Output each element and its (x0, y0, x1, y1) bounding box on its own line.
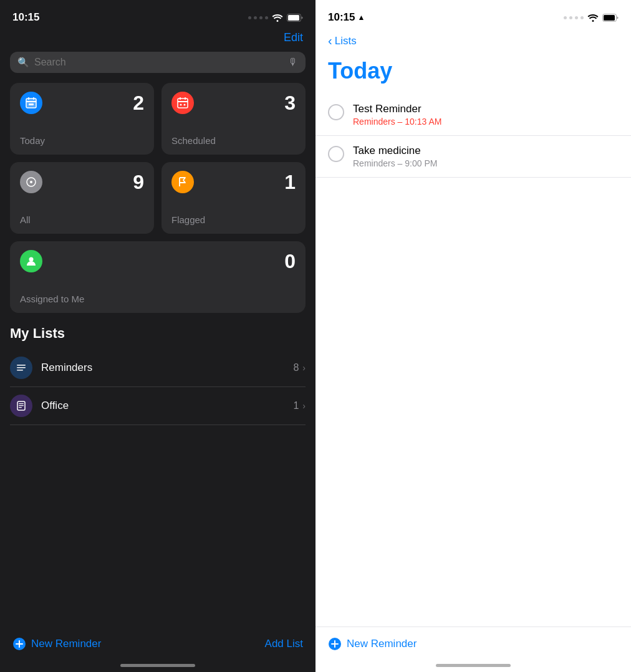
assigned-label: Assigned to Me (20, 294, 296, 304)
new-reminder-right[interactable]: New Reminder (328, 637, 417, 651)
new-reminder-label-right: New Reminder (347, 638, 417, 650)
left-panel: 10:15 Edit 🔍 🎙 (0, 0, 316, 672)
nav-bar-right: ‹ Lists (316, 31, 631, 53)
signal-dot-1 (248, 16, 251, 19)
signal-dot-r2 (569, 16, 572, 19)
signal-dot-r4 (580, 16, 584, 19)
reminders-chevron: › (302, 363, 306, 373)
status-time-right: 10:15 ▲ (328, 11, 365, 24)
reminder-subtitle-prefix-0: Reminders – (353, 117, 405, 127)
reminders-icon-svg (16, 362, 27, 373)
location-icon: ▲ (357, 13, 365, 22)
reminder-content-0: Test Reminder Reminders – 10:13 AM (353, 103, 619, 127)
smart-card-all[interactable]: 9 All (10, 162, 154, 234)
assigned-count: 0 (284, 250, 296, 273)
assigned-icon-svg (25, 255, 37, 267)
office-list-icon (10, 395, 32, 417)
plus-circle-icon-left (12, 637, 26, 651)
flagged-label: Flagged (171, 214, 296, 225)
svg-rect-10 (185, 97, 186, 100)
back-chevron-icon: ‹ (328, 34, 332, 48)
svg-point-13 (184, 104, 186, 106)
flagged-icon-svg (176, 176, 189, 188)
svg-rect-22 (19, 405, 24, 406)
signal-dot-r1 (564, 16, 567, 19)
reminder-content-1: Take medicine Reminders – 9:00 PM (353, 145, 619, 168)
list-item-office[interactable]: Office 1 › (10, 387, 306, 425)
reminder-item-0[interactable]: Test Reminder Reminders – 10:13 AM (316, 94, 631, 136)
status-icons-left (248, 13, 303, 22)
add-list-button[interactable]: Add List (265, 638, 303, 650)
signal-dot-3 (259, 16, 263, 19)
smart-card-flagged[interactable]: 1 Flagged (161, 162, 306, 234)
reminder-item-1[interactable]: Take medicine Reminders – 9:00 PM (316, 136, 631, 178)
reminder-subtitle-1: Reminders – 9:00 PM (353, 158, 619, 168)
svg-rect-18 (17, 367, 26, 368)
home-indicator-left (120, 664, 195, 667)
svg-point-16 (29, 257, 34, 262)
svg-rect-17 (17, 365, 26, 366)
svg-rect-9 (180, 97, 181, 100)
reminder-circle-0[interactable] (328, 104, 344, 120)
svg-rect-7 (29, 103, 34, 105)
status-bar-right: 10:15 ▲ (316, 0, 631, 31)
card-top-flagged: 1 (171, 171, 296, 194)
signal-dot-4 (265, 16, 268, 19)
right-panel: 10:15 ▲ ‹ Lists Today (316, 0, 631, 672)
svg-rect-11 (178, 101, 188, 102)
reminder-title-1: Take medicine (353, 145, 619, 157)
plus-circle-icon-right (328, 637, 342, 651)
signal-dots-right (564, 16, 584, 19)
svg-rect-21 (19, 403, 24, 404)
signal-dots-left (248, 16, 268, 19)
flagged-count: 1 (284, 171, 296, 194)
svg-rect-5 (33, 97, 34, 100)
svg-rect-6 (26, 101, 36, 102)
search-input[interactable] (34, 57, 283, 68)
today-icon (20, 92, 42, 114)
back-link[interactable]: ‹ Lists (328, 34, 619, 48)
today-label: Today (20, 135, 144, 146)
home-indicator-right (436, 664, 511, 667)
svg-rect-1 (288, 15, 299, 21)
all-icon-svg (25, 176, 37, 188)
svg-rect-8 (178, 98, 188, 108)
time-text-right: 10:15 (328, 11, 355, 24)
assigned-icon (20, 250, 42, 272)
status-bar-left: 10:15 (0, 0, 316, 31)
wifi-icon-right (587, 13, 599, 22)
reminder-circle-1[interactable] (328, 146, 344, 162)
office-list-name: Office (41, 400, 293, 412)
status-icons-right (564, 13, 619, 22)
edit-button[interactable]: Edit (284, 31, 303, 44)
wifi-icon-left (272, 13, 283, 22)
svg-point-12 (180, 104, 182, 106)
back-label: Lists (335, 35, 357, 47)
search-bar[interactable]: 🔍 🎙 (10, 52, 306, 73)
battery-icon-right (602, 14, 619, 22)
card-top-scheduled: 3 (171, 92, 296, 115)
svg-point-15 (30, 181, 32, 183)
battery-icon-left (287, 14, 303, 22)
today-count: 2 (133, 92, 144, 115)
mic-icon: 🎙 (288, 57, 298, 68)
new-reminder-left[interactable]: New Reminder (12, 637, 101, 651)
list-item-reminders[interactable]: Reminders 8 › (10, 349, 306, 387)
smart-card-scheduled[interactable]: 3 Scheduled (161, 83, 306, 155)
all-count: 9 (133, 171, 144, 194)
reminders-list-name: Reminders (41, 362, 293, 374)
reminder-title-0: Test Reminder (353, 103, 619, 115)
smart-card-today[interactable]: 2 Today (10, 83, 154, 155)
status-time-left: 10:15 (12, 11, 39, 24)
reminders-list-count: 8 (293, 362, 299, 373)
scheduled-icon (171, 92, 194, 114)
smart-card-assigned[interactable]: 0 Assigned to Me (10, 241, 306, 313)
reminders-list-icon (10, 357, 32, 379)
card-top-all: 9 (20, 171, 144, 194)
new-reminder-label-left: New Reminder (31, 638, 101, 650)
flagged-icon (171, 171, 194, 193)
svg-rect-2 (26, 98, 36, 108)
my-lists-header: My Lists (10, 320, 306, 349)
page-title: Today (316, 53, 631, 94)
signal-dot-r3 (575, 16, 578, 19)
